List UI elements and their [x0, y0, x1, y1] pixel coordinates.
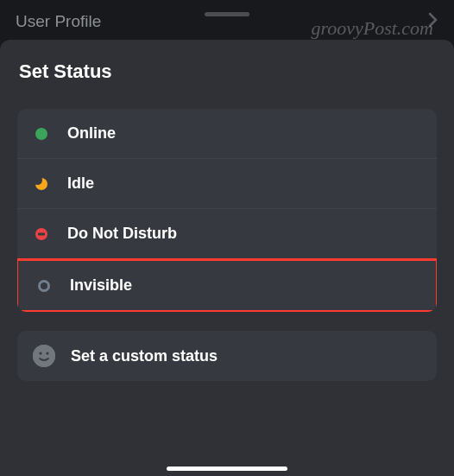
home-indicator[interactable]	[167, 466, 287, 471]
status-label: Idle	[67, 175, 94, 193]
invisible-icon	[35, 277, 53, 295]
status-label: Online	[67, 124, 116, 143]
status-options-card: Online Idle Do Not Disturb Invisible	[17, 109, 437, 312]
idle-icon	[33, 175, 50, 193]
set-custom-status-button[interactable]: Set a custom status	[17, 331, 437, 381]
user-profile-label: User Profile	[16, 12, 101, 31]
user-profile-row[interactable]: User Profile	[0, 0, 454, 43]
status-option-dnd[interactable]: Do Not Disturb	[17, 209, 437, 259]
svg-point-0	[33, 345, 55, 367]
sheet-drag-handle[interactable]	[205, 12, 249, 16]
online-icon	[33, 125, 50, 143]
custom-status-label: Set a custom status	[71, 347, 218, 365]
dnd-icon	[33, 225, 50, 243]
status-option-invisible[interactable]: Invisible	[20, 261, 434, 310]
status-label: Invisible	[70, 276, 132, 295]
svg-point-1	[39, 352, 41, 354]
sheet-title: Set Status	[17, 60, 437, 83]
emoji-icon	[33, 345, 55, 367]
set-status-sheet: Set Status Online Idle Do Not Disturb In…	[0, 40, 454, 476]
status-option-idle[interactable]: Idle	[17, 159, 437, 209]
highlight-annotation: Invisible	[17, 258, 437, 312]
chevron-right-icon	[428, 12, 438, 32]
status-option-online[interactable]: Online	[17, 109, 437, 159]
status-label: Do Not Disturb	[67, 225, 177, 243]
svg-point-2	[46, 352, 48, 354]
